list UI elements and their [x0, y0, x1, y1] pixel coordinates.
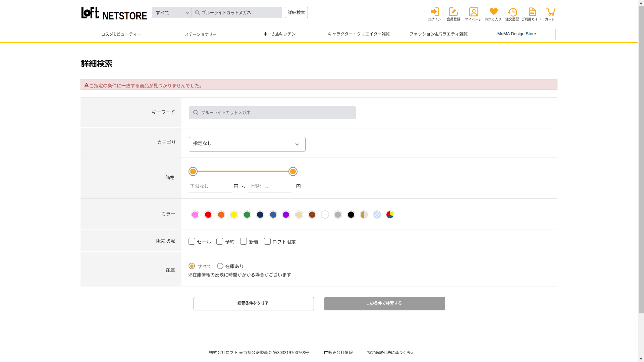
svg-text:NETSTORE: NETSTORE	[103, 10, 147, 20]
